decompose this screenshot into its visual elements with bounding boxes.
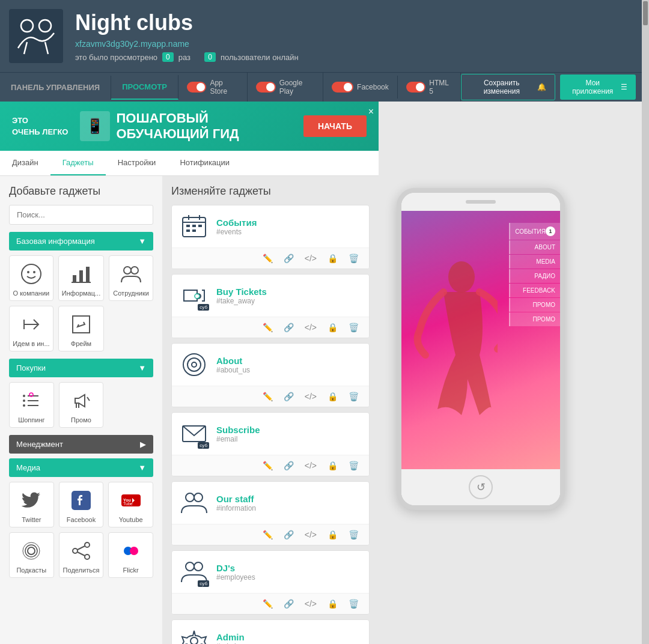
djs-delete-icon[interactable]: 🗑️ [346,597,362,610]
calendar-icon [179,211,209,242]
phone-menu-media[interactable]: MEDIA [509,255,560,269]
app-header: Night clubs xfzavmv3dg30y2.myapp.name эт… [0,0,642,72]
svg-rect-13 [73,316,90,333]
gadget-flickr[interactable]: Flickr [108,532,153,578]
svg-point-49 [195,294,200,299]
phone-menu-about[interactable]: ABOUT [509,240,560,254]
gadget-search-input[interactable] [9,205,153,225]
tickets-edit-icon[interactable]: ✏️ [260,321,276,334]
events-edit-icon[interactable]: ✏️ [260,252,276,265]
gadget-podcast[interactable]: Подкасты [9,532,54,578]
middle-panel: Изменяйте гаджеты События #events [162,176,379,644]
about-delete-icon[interactable]: 🗑️ [346,390,362,403]
djs-lock-icon[interactable]: 🔒 [324,597,341,610]
gadget-shopping[interactable]: Шоппинг [9,382,54,428]
svg-rect-46 [198,225,202,227]
about-link-icon[interactable]: 🔗 [281,390,297,403]
subscribe-tag: #email [216,435,362,443]
chevron-down-icon: ▼ [138,237,146,246]
gadget-share[interactable]: Поделиться [59,532,104,578]
subscribe-cyb-badge: суб [198,442,209,449]
media-gadget-grid: Twitter Facebook YouTube Youtube [9,482,153,578]
appstore-toggle[interactable] [187,82,207,93]
phone-menu-radio[interactable]: РАДИО [509,269,560,283]
category-shopping[interactable]: Покупки ▼ [9,359,153,377]
tab-settings[interactable]: Настройки [106,151,168,175]
gadget-facebook[interactable]: Facebook [59,482,104,527]
subscribe-edit-icon[interactable]: ✏️ [260,459,276,472]
menu-icon: ☰ [621,83,627,91]
events-code-icon[interactable]: </> [302,252,320,265]
ourstaff-code-icon[interactable]: </> [302,528,320,541]
djs-cyb-badge: суб [198,580,209,587]
phone-menu-feedback[interactable]: FEEDBACK [509,284,560,297]
phone-screen: СОБЫТИЯ 1 ABOUT MEDIA РАДИО FEEDBACK ПРО… [401,211,560,469]
tab-gadgets[interactable]: Гаджеты [50,151,106,175]
about-code-icon[interactable]: </> [302,390,320,403]
about-edit-icon[interactable]: ✏️ [260,390,276,403]
gadget-promo[interactable]: Промо [59,382,104,428]
html5-toggle[interactable] [406,82,426,93]
app-url[interactable]: xfzavmv3dg30y2.myapp.name [75,39,299,49]
about-lock-icon[interactable]: 🔒 [324,390,341,403]
basic-gadget-grid: О компании Информац... Сотрудники [9,255,153,351]
gadget-direction[interactable]: Идем в ин... [9,306,53,351]
subscribe-code-icon[interactable]: </> [302,459,320,472]
svg-point-39 [130,547,138,555]
subscribe-link-icon[interactable]: 🔗 [281,459,297,472]
svg-point-1 [39,20,51,32]
djs-edit-icon[interactable]: ✏️ [260,597,276,610]
gadget-frame[interactable]: Фрейм [58,306,104,351]
tickets-link-icon[interactable]: 🔗 [281,321,297,334]
phone-menu-promo1[interactable]: ПРОМО [509,298,560,312]
nav-panel[interactable]: ПАНЕЛЬ УПРАВЛЕНИЯ [0,76,111,99]
nav-googleplay[interactable]: Google Play [248,73,323,102]
events-link-icon[interactable]: 🔗 [281,252,297,265]
googleplay-toggle[interactable] [256,82,276,93]
events-delete-icon[interactable]: 🗑️ [346,252,362,265]
gadget-company[interactable]: О компании [9,255,53,301]
events-lock-icon[interactable]: 🔒 [324,252,341,265]
svg-rect-6 [79,270,83,282]
gadget-twitter[interactable]: Twitter [9,482,54,527]
category-management[interactable]: Менеджмент ▶ [9,435,153,454]
tickets-info: Buy Tickets #take_away [216,287,362,305]
right-panel: СОБЫТИЯ 1 ABOUT MEDIA РАДИО FEEDBACK ПРО… [379,176,583,644]
subscribe-delete-icon[interactable]: 🗑️ [346,459,362,472]
tickets-lock-icon[interactable]: 🔒 [324,321,341,334]
djs-code-icon[interactable]: </> [302,597,320,610]
djs-link-icon[interactable]: 🔗 [281,597,297,610]
save-button[interactable]: Сохранить изменения 🔔 [461,74,555,100]
ourstaff-edit-icon[interactable]: ✏️ [260,528,276,541]
gadget-info[interactable]: Информац... [58,255,104,301]
phone-menu-eventos[interactable]: СОБЫТИЯ 1 [509,223,560,240]
banner-close-button[interactable]: × [368,106,374,117]
tab-design[interactable]: Дизайн [0,151,50,175]
tickets-delete-icon[interactable]: 🗑️ [346,321,362,334]
nav-facebook[interactable]: Facebook [323,76,398,99]
ourstaff-tag: #information [216,504,362,512]
subscribe-lock-icon[interactable]: 🔒 [324,459,341,472]
apps-button[interactable]: Мои приложения ☰ [560,74,636,100]
gadget-card-about: About #about_us ✏️ 🔗 </> 🔒 🗑️ [171,343,370,407]
nav-html5[interactable]: HTML 5 [398,73,461,102]
ourstaff-lock-icon[interactable]: 🔒 [324,528,341,541]
banner-start-button[interactable]: НАЧАТЬ [303,115,367,137]
nav-appstore[interactable]: App Store [178,73,248,102]
page-scrollbar[interactable] [642,0,649,644]
phone-home-button[interactable]: ↺ [469,475,493,499]
facebook-toggle[interactable] [332,82,353,93]
category-basic[interactable]: Базовая информация ▼ [9,232,153,251]
ourstaff-delete-icon[interactable]: 🗑️ [346,528,362,541]
svg-line-36 [78,546,85,550]
nav-preview[interactable]: ПРОСМОТР [111,75,178,100]
gadget-staff[interactable]: Сотрудники [109,255,153,301]
views-suffix: раз [178,53,190,62]
ourstaff-name: Our staff [216,494,362,504]
tab-notifications[interactable]: Нотификации [168,151,242,175]
gadget-youtube[interactable]: YouTube Youtube [108,482,153,527]
tickets-code-icon[interactable]: </> [302,321,320,334]
category-media[interactable]: Медиа ▼ [9,458,153,477]
phone-menu-promo2[interactable]: ПРОМО [509,312,560,326]
ourstaff-link-icon[interactable]: 🔗 [281,528,297,541]
